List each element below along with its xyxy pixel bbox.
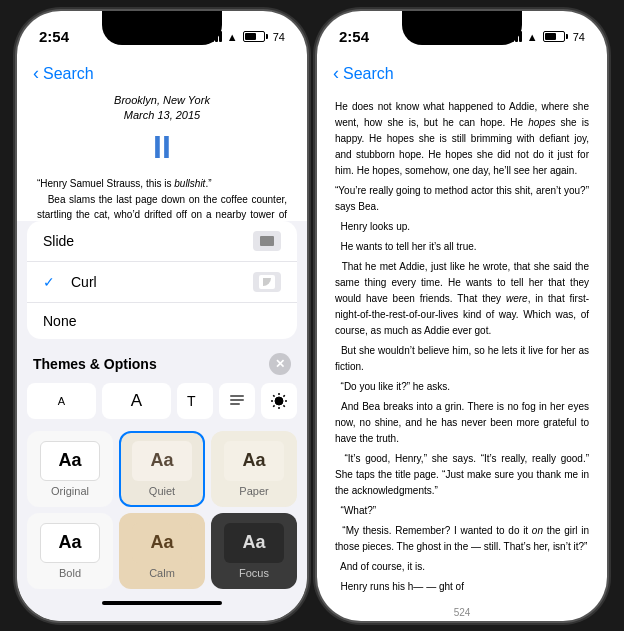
theme-paper[interactable]: Aa Paper xyxy=(211,431,297,507)
phones-container: 2:54 ▲ 74 ‹ xyxy=(17,11,607,621)
back-label-left: Search xyxy=(43,65,94,83)
none-label: None xyxy=(43,313,76,329)
book-paragraph-2: “You’re really going to method actor thi… xyxy=(335,183,589,215)
book-paragraph-9: “It’s good, Henry,” she says. “It’s real… xyxy=(335,451,589,499)
book-paragraph-13: Henry runs his h— — ght of xyxy=(335,579,589,595)
theme-focus-sample: Aa xyxy=(224,523,284,563)
home-indicator-left xyxy=(102,601,222,605)
back-label-right: Search xyxy=(343,65,394,83)
notch-right xyxy=(402,11,522,45)
theme-quiet-sample: Aa xyxy=(132,441,192,481)
book-paragraph-4: He wants to tell her it’s all true. xyxy=(335,239,589,255)
theme-paper-label: Paper xyxy=(239,485,268,497)
curl-option[interactable]: ✓ Curl xyxy=(27,262,297,303)
theme-quiet[interactable]: Aa Quiet xyxy=(119,431,205,507)
theme-bold-label: Bold xyxy=(59,567,81,579)
notch xyxy=(102,11,222,45)
theme-calm-sample: Aa xyxy=(132,523,192,563)
svg-line-9 xyxy=(273,395,274,396)
back-button-left[interactable]: ‹ Search xyxy=(33,63,94,84)
time-right: 2:54 xyxy=(339,28,369,45)
theme-bold-sample: Aa xyxy=(40,523,100,563)
slide-label: Slide xyxy=(43,233,74,249)
themes-title: Themes & Options xyxy=(33,356,157,372)
font-large-button[interactable]: A xyxy=(102,383,171,419)
theme-focus-label: Focus xyxy=(239,567,269,579)
svg-line-11 xyxy=(283,395,284,396)
book-paragraph-3: Henry looks up. xyxy=(335,219,589,235)
book-paragraph-11: “My thesis. Remember? I wanted to do it … xyxy=(335,523,589,555)
page-number: 524 xyxy=(317,601,607,621)
svg-line-12 xyxy=(273,405,274,406)
theme-calm[interactable]: Aa Calm xyxy=(119,513,205,589)
curl-label: Curl xyxy=(71,274,97,290)
theme-calm-label: Calm xyxy=(149,567,175,579)
slide-icon xyxy=(253,231,281,251)
chevron-left-icon-right: ‹ xyxy=(333,63,339,84)
battery-label: 74 xyxy=(273,31,285,43)
book-paragraph-6: But she wouldn’t believe him, so he lets… xyxy=(335,343,589,375)
chapter-number: II xyxy=(37,129,287,166)
battery-label-right: 74 xyxy=(573,31,585,43)
svg-rect-1 xyxy=(230,395,244,397)
theme-quiet-label: Quiet xyxy=(149,485,175,497)
font-small-button[interactable]: A xyxy=(27,383,96,419)
wifi-icon-right: ▲ xyxy=(527,31,538,43)
svg-line-10 xyxy=(283,405,284,406)
battery-icon xyxy=(243,31,268,42)
wifi-icon: ▲ xyxy=(227,31,238,43)
theme-bold[interactable]: Aa Bold xyxy=(27,513,113,589)
font-controls: A A T xyxy=(17,379,307,423)
themes-header: Themes & Options ✕ xyxy=(17,345,307,379)
theme-original[interactable]: Aa Original xyxy=(27,431,113,507)
slide-option[interactable]: Slide xyxy=(27,221,297,262)
svg-rect-3 xyxy=(230,403,240,405)
left-phone: 2:54 ▲ 74 ‹ xyxy=(17,11,307,621)
bottom-panel: Slide ✓ Curl xyxy=(17,221,307,621)
back-button-right[interactable]: ‹ Search xyxy=(333,63,394,84)
nav-bar-right: ‹ Search xyxy=(317,55,607,93)
brightness-button[interactable] xyxy=(261,383,297,419)
small-a-label: A xyxy=(58,395,65,407)
chevron-left-icon: ‹ xyxy=(33,63,39,84)
large-a-label: A xyxy=(131,391,142,411)
curl-icon xyxy=(253,272,281,292)
theme-original-label: Original xyxy=(51,485,89,497)
book-paragraph-1: He does not know what happened to Addie,… xyxy=(335,99,589,179)
svg-text:T: T xyxy=(187,393,196,409)
book-paragraph-10: “What?” xyxy=(335,503,589,519)
font-type-button[interactable]: T xyxy=(177,383,213,419)
battery-icon-right xyxy=(543,31,568,42)
time-left: 2:54 xyxy=(39,28,69,45)
book-paragraph-12: And of course, it is. xyxy=(335,559,589,575)
themes-grid: Aa Original Aa Quiet Aa Paper Aa Bold Aa xyxy=(17,427,307,597)
theme-original-sample: Aa xyxy=(40,441,100,481)
book-paragraph-8: And Bea breaks into a grin. There is no … xyxy=(335,399,589,447)
none-option[interactable]: None xyxy=(27,303,297,339)
check-icon: ✓ xyxy=(43,274,55,290)
book-content-right: He does not know what happened to Addie,… xyxy=(317,93,607,601)
theme-paper-sample: Aa xyxy=(224,441,284,481)
theme-focus[interactable]: Aa Focus xyxy=(211,513,297,589)
nav-bar-left: ‹ Search xyxy=(17,55,307,93)
book-paragraph-7: “Do you like it?” he asks. xyxy=(335,379,589,395)
close-button[interactable]: ✕ xyxy=(269,353,291,375)
slide-menu: Slide ✓ Curl xyxy=(27,221,297,339)
right-phone: 2:54 ▲ 74 ‹ xyxy=(317,11,607,621)
book-subtitle: Brooklyn, New YorkMarch 13, 2015 xyxy=(37,93,287,124)
svg-point-4 xyxy=(275,397,283,405)
svg-rect-2 xyxy=(230,399,244,401)
book-paragraph-5: That he met Addie, just like he wrote, t… xyxy=(335,259,589,339)
paragraph-button[interactable] xyxy=(219,383,255,419)
